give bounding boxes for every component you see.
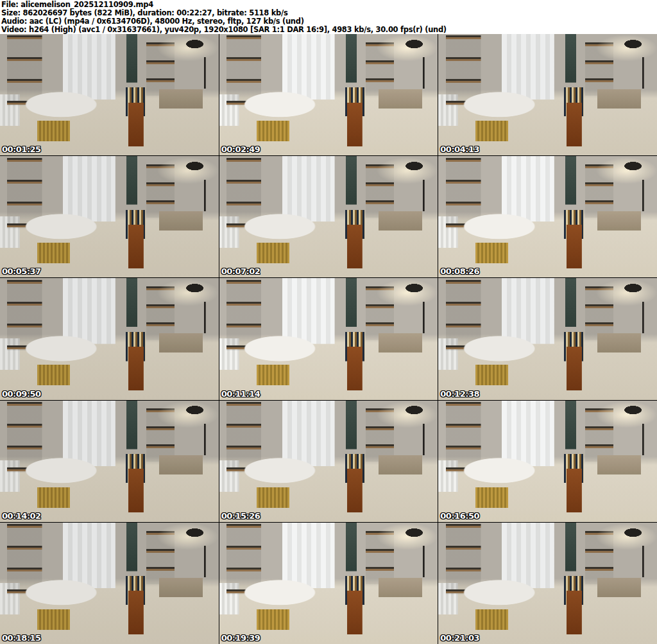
thumbnail-scene <box>0 34 219 155</box>
video-thumbnail: 00:05:37 <box>0 156 219 277</box>
video-thumbnail: 00:14:02 <box>0 401 219 522</box>
video-thumbnail: 00:18:15 <box>0 523 219 644</box>
video-thumbnail: 00:16:50 <box>438 401 657 522</box>
thumbnail-scene <box>219 34 438 155</box>
thumbnail-scene <box>438 401 657 522</box>
timestamp-overlay: 00:02:49 <box>221 144 260 154</box>
timestamp-overlay: 00:21:03 <box>440 633 479 643</box>
thumbnail-scene <box>219 401 438 522</box>
video-thumbnail: 00:11:14 <box>219 278 438 399</box>
video-thumbnail: 00:12:38 <box>438 278 657 399</box>
media-info-header: File: alicemelison_202512110909.mp4 Size… <box>0 0 657 34</box>
thumbnail-scene <box>438 34 657 155</box>
timestamp-overlay: 00:12:38 <box>440 389 479 399</box>
timestamp-overlay: 00:05:37 <box>2 266 41 276</box>
thumbnail-scene <box>438 156 657 277</box>
timestamp-overlay: 00:11:14 <box>221 389 260 399</box>
video-info-line: Video: h264 (High) (avc1 / 0x31637661), … <box>1 26 657 34</box>
thumbnail-scene <box>0 401 219 522</box>
video-thumbnail: 00:01:25 <box>0 34 219 155</box>
thumbnail-scene <box>0 156 219 277</box>
thumbnail-scene <box>438 278 657 399</box>
video-thumbnail: 00:02:49 <box>219 34 438 155</box>
video-thumbnail: 00:15:26 <box>219 401 438 522</box>
timestamp-overlay: 00:16:50 <box>440 511 479 521</box>
timestamp-overlay: 00:07:02 <box>221 266 260 276</box>
timestamp-overlay: 00:18:15 <box>2 633 41 643</box>
video-thumbnail: 00:08:26 <box>438 156 657 277</box>
timestamp-overlay: 00:08:26 <box>440 266 479 276</box>
video-thumbnail: 00:19:39 <box>219 523 438 644</box>
video-thumbnail: 00:07:02 <box>219 156 438 277</box>
thumbnail-scene <box>438 523 657 644</box>
thumbnail-scene <box>219 156 438 277</box>
timestamp-overlay: 00:09:50 <box>2 389 41 399</box>
video-thumbnail: 00:21:03 <box>438 523 657 644</box>
thumbnail-scene <box>0 278 219 399</box>
video-thumbnail: 00:04:13 <box>438 34 657 155</box>
video-thumbnail: 00:09:50 <box>0 278 219 399</box>
timestamp-overlay: 00:01:25 <box>2 144 41 154</box>
thumbnail-scene <box>0 523 219 644</box>
timestamp-overlay: 00:04:13 <box>440 144 479 154</box>
timestamp-overlay: 00:14:02 <box>2 511 41 521</box>
timestamp-overlay: 00:15:26 <box>221 511 260 521</box>
thumbnail-scene <box>219 278 438 399</box>
video-contact-sheet: File: alicemelison_202512110909.mp4 Size… <box>0 0 657 644</box>
thumbnail-grid: 00:01:25 00:02:49 00:04:13 00:05:37 00:0… <box>0 34 657 644</box>
thumbnail-scene <box>219 523 438 644</box>
timestamp-overlay: 00:19:39 <box>221 633 260 643</box>
